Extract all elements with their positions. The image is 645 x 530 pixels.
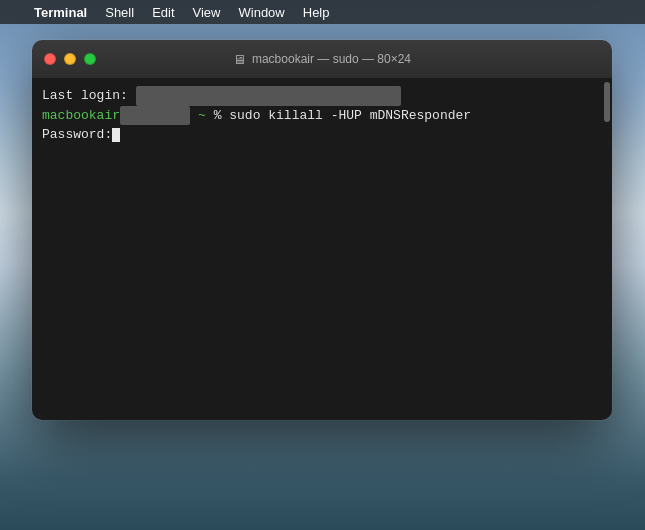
command-text: sudo killall -HUP mDNSResponder [229, 106, 471, 126]
minimize-button[interactable] [64, 53, 76, 65]
close-button[interactable] [44, 53, 56, 65]
terminal-titlebar: 🖥 macbookair — sudo — 80×24 [32, 40, 612, 78]
scrollbar-track[interactable] [604, 82, 610, 416]
menu-item-terminal[interactable]: Terminal [26, 1, 95, 23]
maximize-button[interactable] [84, 53, 96, 65]
password-label: Password: [42, 125, 112, 145]
terminal-icon: 🖥 [233, 52, 246, 67]
terminal-output: Last login: macbookair ~ % sudo killall … [42, 86, 602, 145]
terminal-body[interactable]: Last login: macbookair ~ % sudo killall … [32, 78, 612, 420]
terminal-window: 🖥 macbookair — sudo — 80×24 Last login: … [32, 40, 612, 420]
terminal-title: 🖥 macbookair — sudo — 80×24 [233, 52, 411, 67]
menu-items: Terminal Shell Edit View Window Help [26, 1, 338, 23]
password-line: Password: [42, 125, 602, 145]
cursor [112, 128, 120, 142]
prompt-path: ~ [190, 106, 213, 126]
command-line: macbookair ~ % sudo killall -HUP mDNSRes… [42, 106, 602, 126]
menu-item-shell[interactable]: Shell [97, 1, 142, 23]
prompt-user-redacted [120, 106, 190, 126]
last-login-label: Last login: [42, 86, 136, 106]
menu-item-edit[interactable]: Edit [144, 1, 182, 23]
menubar: Terminal Shell Edit View Window Help [0, 0, 645, 24]
scrollbar-thumb[interactable] [604, 82, 610, 122]
prompt-user: macbookair [42, 106, 120, 126]
menu-item-help[interactable]: Help [295, 1, 338, 23]
last-login-line: Last login: [42, 86, 602, 106]
window-controls [44, 53, 96, 65]
terminal-title-text: macbookair — sudo — 80×24 [252, 52, 411, 66]
last-login-redacted-date [136, 86, 401, 106]
menu-item-window[interactable]: Window [231, 1, 293, 23]
prompt-symbol: % [214, 106, 230, 126]
menu-item-view[interactable]: View [185, 1, 229, 23]
